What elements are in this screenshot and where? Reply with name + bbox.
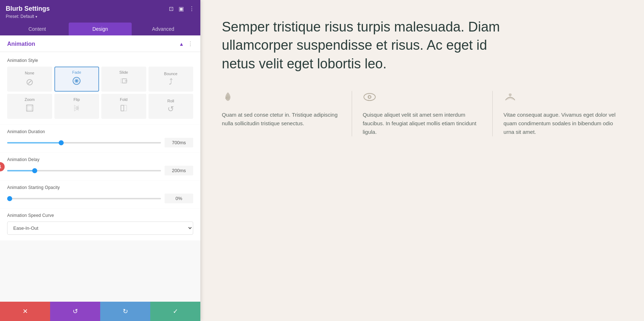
svg-point-2 <box>75 80 78 82</box>
svg-rect-3 <box>121 79 125 83</box>
style-slide-icon <box>119 76 129 88</box>
style-fade-label: Fade <box>72 70 81 74</box>
style-fade-icon <box>72 76 82 88</box>
style-bounce-label: Bounce <box>164 72 177 76</box>
style-flip[interactable]: Flip <box>54 94 99 119</box>
content-area: Semper tristique risus turpis malesuada.… <box>200 0 644 321</box>
blurbs-container: Quam at sed conse ctetur in. Tristique a… <box>222 91 623 136</box>
duration-value-input[interactable] <box>165 138 193 147</box>
cancel-button[interactable]: ✕ <box>0 302 50 321</box>
tab-design[interactable]: Design <box>69 23 132 35</box>
collapse-icon[interactable]: ▲ <box>179 41 184 47</box>
animation-style-label: Animation Style <box>7 58 193 63</box>
redo-icon: ↻ <box>123 307 128 315</box>
delay-value-input[interactable] <box>165 166 193 175</box>
blurb-3-text: Vitae consequat augue. Vivamus eget dolo… <box>503 111 623 136</box>
style-fold-icon <box>119 103 129 115</box>
preset-chevron: ▾ <box>35 15 37 19</box>
sidebar-icon[interactable]: ▣ <box>179 5 184 12</box>
duration-slider-track[interactable] <box>7 142 161 144</box>
delay-slider-thumb[interactable] <box>32 168 37 173</box>
panel-tabs: Content Design Advanced <box>6 23 195 35</box>
style-none-label: None <box>25 71 34 75</box>
save-icon: ✓ <box>173 307 178 315</box>
panel-title: Blurb Settings <box>6 5 50 13</box>
panel-header-icons: ⊡ ▣ ⋮ <box>169 5 195 12</box>
animation-delay-label: Animation Delay <box>7 157 193 162</box>
delay-slider-track[interactable] <box>7 170 161 171</box>
redo-button[interactable]: ↻ <box>100 302 150 321</box>
panel-header: Blurb Settings ⊡ ▣ ⋮ Preset: Default ▾ C… <box>0 0 200 35</box>
hero-text: Semper tristique risus turpis malesuada.… <box>222 18 508 73</box>
style-slide[interactable]: Slide <box>101 67 146 92</box>
svg-rect-6 <box>28 106 32 110</box>
save-button[interactable]: ✓ <box>150 302 200 321</box>
panel-body: Animation ▲ ⋮ Animation Style None ⊘ Fad… <box>0 35 200 302</box>
style-fold-label: Fold <box>120 97 127 102</box>
opacity-value-input[interactable] <box>165 194 193 203</box>
style-none[interactable]: None ⊘ <box>7 67 52 92</box>
section-header-icons: ▲ ⋮ <box>179 40 193 47</box>
style-none-icon: ⊘ <box>26 77 34 88</box>
blurb-2: Quisque aliquet velit sit amet sem inter… <box>352 91 493 136</box>
expand-icon[interactable]: ⊡ <box>169 5 174 12</box>
animation-opacity-label: Animation Starting Opacity <box>7 185 193 190</box>
badge: 1 <box>0 162 5 171</box>
blurb-1: Quam at sed conse ctetur in. Tristique a… <box>222 91 352 136</box>
opacity-slider-wrapper <box>7 198 161 199</box>
undo-icon: ↺ <box>73 307 78 315</box>
svg-rect-15 <box>121 105 124 111</box>
section-animation-header: Animation ▲ ⋮ <box>0 35 200 52</box>
style-bounce-icon: ⤴ <box>169 77 173 87</box>
speed-curve-select[interactable]: Ease-In-Out Linear Ease Ease-In Ease-Out… <box>7 222 193 235</box>
blurb-3-icon <box>503 91 623 106</box>
tab-advanced[interactable]: Advanced <box>132 23 195 35</box>
panel-footer: ✕ ↺ ↻ ✓ <box>0 302 200 321</box>
section-animation-title: Animation <box>7 41 35 47</box>
section-more-icon[interactable]: ⋮ <box>187 40 193 47</box>
blurb-1-icon <box>222 91 341 106</box>
svg-point-20 <box>369 96 370 98</box>
style-flip-label: Flip <box>73 97 80 102</box>
opacity-slider-track[interactable] <box>7 198 161 199</box>
duration-slider-thumb[interactable] <box>59 140 64 145</box>
blurb-1-text: Quam at sed conse ctetur in. Tristique a… <box>222 111 341 128</box>
animation-opacity-block: Animation Starting Opacity <box>0 181 200 208</box>
delay-slider-fill <box>7 170 35 171</box>
style-zoom-label: Zoom <box>25 97 35 102</box>
style-fold[interactable]: Fold <box>101 94 146 119</box>
style-roll-label: Roll <box>167 99 174 103</box>
style-zoom-icon <box>25 103 35 115</box>
animation-speed-label: Animation Speed Curve <box>7 213 193 218</box>
animation-delay-block: 1 Animation Delay <box>0 153 200 180</box>
duration-slider-fill <box>7 142 61 144</box>
style-bounce[interactable]: Bounce ⤴ <box>148 67 194 92</box>
opacity-slider-row <box>7 194 193 203</box>
animation-style-grid: None ⊘ Fade Slide <box>7 67 193 119</box>
more-icon[interactable]: ⋮ <box>189 5 195 12</box>
panel-preset[interactable]: Preset: Default ▾ <box>6 14 195 19</box>
undo-button[interactable]: ↺ <box>50 302 100 321</box>
blurb-3: Vitae consequat augue. Vivamus eget dolo… <box>493 91 623 136</box>
style-fade[interactable]: Fade <box>54 67 99 92</box>
svg-marker-13 <box>74 105 79 111</box>
style-roll-icon: ↺ <box>167 104 174 114</box>
style-roll[interactable]: Roll ↺ <box>148 94 194 119</box>
animation-speed-block: Animation Speed Curve Ease-In-Out Linear… <box>0 209 200 240</box>
panel-title-row: Blurb Settings ⊡ ▣ ⋮ <box>6 5 195 13</box>
settings-panel: Blurb Settings ⊡ ▣ ⋮ Preset: Default ▾ C… <box>0 0 200 321</box>
tab-content[interactable]: Content <box>6 23 69 35</box>
duration-slider-row <box>7 138 193 147</box>
blurb-2-text: Quisque aliquet velit sit amet sem inter… <box>363 111 482 136</box>
delay-slider-wrapper <box>7 170 161 171</box>
animation-style-block: Animation Style None ⊘ Fade <box>0 52 200 125</box>
style-slide-label: Slide <box>119 70 128 74</box>
cancel-icon: ✕ <box>23 307 28 315</box>
style-zoom[interactable]: Zoom <box>7 94 52 119</box>
animation-duration-block: Animation Duration <box>0 125 200 152</box>
blurb-2-icon <box>363 91 482 106</box>
animation-duration-label: Animation Duration <box>7 129 193 134</box>
opacity-slider-thumb[interactable] <box>7 196 12 201</box>
style-flip-icon <box>72 103 82 115</box>
delay-slider-row <box>7 166 193 175</box>
